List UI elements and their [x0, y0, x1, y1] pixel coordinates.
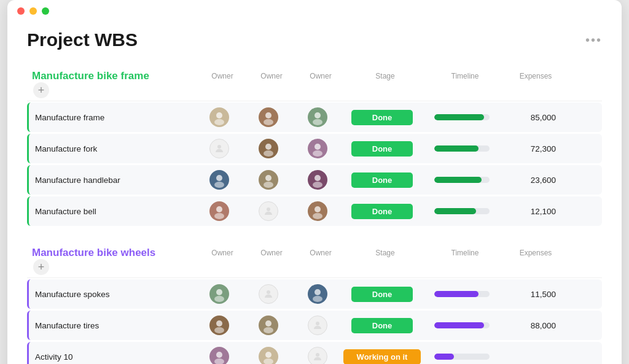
avatar-cell-0 — [195, 139, 244, 158]
close-dot[interactable] — [17, 7, 25, 15]
timeline-bar-bg — [434, 145, 490, 152]
stage-badge: Done — [351, 204, 413, 219]
expenses-cell: 88,000 — [502, 321, 563, 330]
svg-point-4 — [314, 112, 321, 118]
table-row: Manufacture handlebar Done 23,600 — [27, 165, 602, 195]
table-row: Manufacture spokes Done 11,500 — [27, 279, 602, 309]
svg-point-17 — [216, 206, 222, 212]
column-header-0: Owner — [198, 72, 247, 80]
svg-point-19 — [267, 207, 270, 211]
maximize-dot[interactable] — [42, 7, 49, 15]
avatar — [308, 107, 327, 127]
avatar — [308, 201, 327, 221]
avatar-placeholder — [308, 316, 327, 335]
row-name: Manufacture tires — [29, 321, 195, 330]
add-row-button[interactable]: + — [33, 82, 49, 98]
row-name: Manufacture handlebar — [29, 176, 195, 185]
svg-point-25 — [314, 289, 321, 295]
expenses-cell: 12,100 — [502, 207, 563, 216]
section-section-wheels: Manufacture bike wheelsOwnerOwnerOwnerSt… — [27, 244, 602, 364]
row-name: Manufacture fork — [29, 144, 195, 153]
svg-point-35 — [264, 358, 273, 364]
svg-point-32 — [216, 352, 222, 358]
avatar-cell-2 — [293, 170, 342, 190]
svg-point-2 — [265, 112, 272, 118]
avatar — [209, 107, 229, 127]
section-header-row: Manufacture bike wheelsOwnerOwnerOwnerSt… — [27, 244, 602, 278]
timeline-bar-bg — [434, 291, 490, 297]
expenses-cell: 85,000 — [502, 113, 563, 122]
svg-point-0 — [216, 112, 222, 118]
svg-point-5 — [313, 119, 322, 125]
column-header-5: Expenses — [505, 72, 566, 80]
avatar — [308, 170, 327, 190]
avatar-placeholder — [259, 284, 278, 304]
svg-point-13 — [265, 175, 272, 181]
stage-badge: Done — [351, 318, 413, 333]
stage-badge: Done — [351, 172, 413, 188]
page-header: Project WBS ••• — [27, 29, 602, 50]
stage-cell: Done — [342, 318, 422, 333]
avatar — [209, 316, 229, 335]
avatar — [259, 139, 278, 158]
row-name: Activity 10 — [29, 352, 195, 362]
timeline-bar-bg — [434, 208, 490, 214]
column-header-2: Owner — [296, 249, 345, 257]
column-header-4: Timeline — [425, 249, 505, 257]
stage-badge: Done — [351, 110, 413, 125]
svg-point-9 — [314, 144, 321, 150]
column-header-3: Stage — [345, 249, 425, 257]
svg-point-28 — [214, 327, 224, 333]
avatar-cell-1 — [244, 316, 293, 335]
stage-cell: Done — [342, 204, 422, 219]
column-header-4: Timeline — [425, 72, 505, 80]
avatar — [209, 201, 229, 221]
column-header-2: Owner — [296, 72, 345, 80]
svg-point-14 — [264, 182, 273, 188]
titlebar — [7, 0, 622, 15]
avatar-cell-0 — [195, 347, 244, 364]
avatar-cell-0 — [195, 170, 244, 190]
svg-point-11 — [216, 175, 222, 181]
avatar-cell-1 — [244, 107, 293, 127]
section-title: Manufacture bike frame — [32, 70, 198, 82]
stage-cell: Done — [342, 172, 422, 188]
page-title: Project WBS — [27, 29, 138, 50]
more-icon[interactable]: ••• — [585, 33, 602, 47]
stage-cell: Done — [342, 110, 422, 125]
avatar — [209, 284, 229, 304]
timeline-bar-fill — [434, 177, 482, 183]
timeline-bar-bg — [434, 354, 490, 360]
avatar-placeholder — [209, 139, 229, 158]
svg-point-34 — [265, 352, 272, 358]
row-name: Manufacture bell — [29, 207, 195, 216]
timeline-cell — [422, 145, 502, 152]
minimize-dot[interactable] — [29, 7, 37, 15]
main-content: Project WBS ••• Manufacture bike frameOw… — [7, 15, 622, 364]
timeline-bar-fill — [434, 322, 484, 328]
timeline-cell — [422, 322, 502, 328]
svg-point-20 — [314, 206, 321, 212]
timeline-bar-fill — [434, 208, 476, 214]
stage-badge: Done — [351, 287, 413, 302]
table-row: Manufacture bell Done 12,100 — [27, 196, 602, 226]
svg-point-26 — [313, 296, 322, 302]
avatar — [259, 107, 278, 127]
svg-point-16 — [313, 182, 322, 188]
avatar-cell-1 — [244, 284, 293, 304]
column-header-5: Expenses — [505, 249, 566, 257]
timeline-cell — [422, 177, 502, 183]
table-row: Manufacture fork Done 72,300 — [27, 134, 602, 163]
avatar-cell-0 — [195, 316, 244, 335]
timeline-bar-fill — [434, 354, 454, 360]
avatar-cell-2 — [293, 107, 342, 127]
avatar — [209, 170, 229, 190]
stage-cell: Working on it — [342, 349, 422, 365]
timeline-cell — [422, 291, 502, 297]
svg-point-7 — [265, 144, 272, 150]
add-row-button[interactable]: + — [33, 259, 49, 275]
avatar-cell-2 — [293, 347, 342, 364]
row-name: Manufacture frame — [29, 113, 195, 122]
timeline-bar-fill — [434, 145, 479, 152]
avatar — [209, 347, 229, 364]
